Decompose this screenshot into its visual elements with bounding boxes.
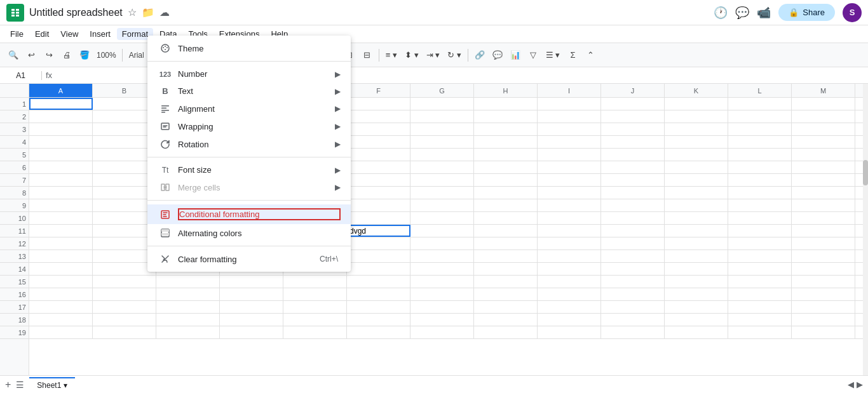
col-header-J[interactable]: J xyxy=(601,84,665,97)
cell-I5[interactable] xyxy=(538,149,601,161)
menu-edit[interactable]: Edit xyxy=(30,28,54,40)
cell-I1[interactable] xyxy=(538,98,601,110)
cell-K13[interactable] xyxy=(665,250,728,262)
cell-M10[interactable] xyxy=(792,212,855,224)
cell-G15[interactable] xyxy=(410,276,474,288)
cell-B14[interactable] xyxy=(93,263,156,275)
cell-H19[interactable] xyxy=(474,326,538,338)
cell-M18[interactable] xyxy=(792,314,855,326)
rotation-button[interactable]: ↻ ▾ xyxy=(444,47,465,63)
cell-H3[interactable] xyxy=(474,123,538,135)
document-title[interactable]: Untitled spreadsheet xyxy=(29,7,123,18)
cell-H1[interactable] xyxy=(474,98,538,110)
menu-file[interactable]: File xyxy=(5,28,29,40)
cell-F6[interactable] xyxy=(347,161,410,173)
cell-G3[interactable] xyxy=(410,123,474,135)
cell-A11[interactable] xyxy=(29,225,93,237)
cell-K14[interactable] xyxy=(665,263,728,275)
cell-K17[interactable] xyxy=(665,301,728,313)
cell-B3[interactable] xyxy=(93,123,156,135)
cell-F18[interactable] xyxy=(347,314,410,326)
cell-B5[interactable] xyxy=(93,149,156,161)
scroll-right-icon[interactable]: ▶ xyxy=(857,380,863,389)
history-icon[interactable]: 🕐 xyxy=(714,6,728,20)
cell-B9[interactable] xyxy=(93,199,156,211)
filter-views-button[interactable]: ☰ ▾ xyxy=(543,47,564,63)
cell-I11[interactable] xyxy=(538,225,601,237)
cell-M12[interactable] xyxy=(792,237,855,250)
cell-M13[interactable] xyxy=(792,250,855,262)
menu-item-rotation[interactable]: Rotation ▶ xyxy=(147,135,351,153)
cell-K8[interactable] xyxy=(665,187,728,199)
cell-L11[interactable] xyxy=(728,225,792,237)
cell-H17[interactable] xyxy=(474,301,538,313)
cell-I16[interactable] xyxy=(538,288,601,300)
comment-button[interactable]: 💬 xyxy=(489,47,506,63)
cell-H7[interactable] xyxy=(474,174,538,186)
cell-H15[interactable] xyxy=(474,276,538,288)
cell-M9[interactable] xyxy=(792,199,855,211)
cell-K12[interactable] xyxy=(665,237,728,250)
cell-J18[interactable] xyxy=(601,314,665,326)
redo-button[interactable]: ↪ xyxy=(41,47,57,63)
share-button[interactable]: 🔒 Share xyxy=(778,4,835,21)
cell-I8[interactable] xyxy=(538,187,601,199)
link-button[interactable]: 🔗 xyxy=(471,47,488,63)
cell-L10[interactable] xyxy=(728,212,792,224)
cell-G11[interactable] xyxy=(410,225,474,237)
cell-I7[interactable] xyxy=(538,174,601,186)
cell-I6[interactable] xyxy=(538,161,601,173)
cell-L9[interactable] xyxy=(728,199,792,211)
cell-B11[interactable] xyxy=(93,225,156,237)
folder-icon[interactable]: 📁 xyxy=(142,6,154,18)
cell-J15[interactable] xyxy=(601,276,665,288)
cell-J9[interactable] xyxy=(601,199,665,211)
row-17[interactable]: 17 xyxy=(0,301,29,314)
cell-D18[interactable] xyxy=(220,314,283,326)
cell-B10[interactable] xyxy=(93,212,156,224)
cell-L3[interactable] xyxy=(728,123,792,135)
cell-I19[interactable] xyxy=(538,326,601,338)
menu-item-number[interactable]: 123 Number ▶ xyxy=(147,65,351,83)
cell-I15[interactable] xyxy=(538,276,601,288)
cell-F14[interactable] xyxy=(347,263,410,275)
cell-J2[interactable] xyxy=(601,110,665,123)
cell-M15[interactable] xyxy=(792,276,855,288)
cell-M11[interactable] xyxy=(792,225,855,237)
cell-C19[interactable] xyxy=(156,326,220,338)
cell-M4[interactable] xyxy=(792,136,855,148)
cell-A10[interactable] xyxy=(29,212,93,224)
cell-J7[interactable] xyxy=(601,174,665,186)
cell-I3[interactable] xyxy=(538,123,601,135)
cell-A14[interactable] xyxy=(29,263,93,275)
cell-K19[interactable] xyxy=(665,326,728,338)
cell-M6[interactable] xyxy=(792,161,855,173)
cell-I18[interactable] xyxy=(538,314,601,326)
cell-G17[interactable] xyxy=(410,301,474,313)
cell-I13[interactable] xyxy=(538,250,601,262)
cell-A9[interactable] xyxy=(29,199,93,211)
halign-button[interactable]: ≡ ▾ xyxy=(383,47,400,63)
cell-A18[interactable] xyxy=(29,314,93,326)
col-header-B[interactable]: B xyxy=(93,84,156,97)
cell-K4[interactable] xyxy=(665,136,728,148)
cell-M8[interactable] xyxy=(792,187,855,199)
cell-H9[interactable] xyxy=(474,199,538,211)
row-10[interactable]: 10 xyxy=(0,212,29,225)
cell-L18[interactable] xyxy=(728,314,792,326)
cell-K3[interactable] xyxy=(665,123,728,135)
row-18[interactable]: 18 xyxy=(0,314,29,326)
cell-L4[interactable] xyxy=(728,136,792,148)
cell-B8[interactable] xyxy=(93,187,156,199)
menu-item-fontsize[interactable]: Tt Font size ▶ xyxy=(147,161,351,178)
menu-item-text[interactable]: B Text ▶ xyxy=(147,83,351,100)
cell-J19[interactable] xyxy=(601,326,665,338)
cell-A19[interactable] xyxy=(29,326,93,338)
cell-I9[interactable] xyxy=(538,199,601,211)
cell-G5[interactable] xyxy=(410,149,474,161)
cell-C16[interactable] xyxy=(156,288,220,300)
print-button[interactable]: 🖨 xyxy=(58,47,75,63)
cell-F5[interactable] xyxy=(347,149,410,161)
cell-M2[interactable] xyxy=(792,110,855,123)
cell-A12[interactable] xyxy=(29,237,93,250)
